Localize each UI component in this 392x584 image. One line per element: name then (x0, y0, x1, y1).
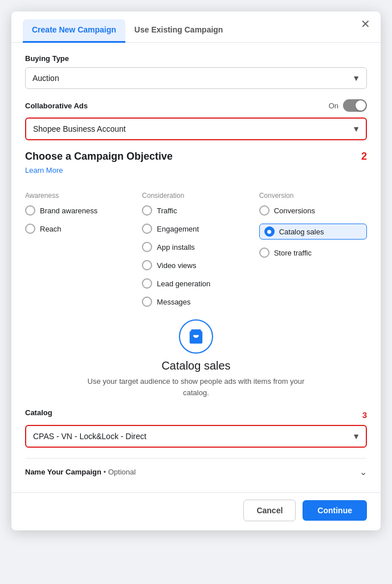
buying-type-section: Buying Type Auction ▼ (25, 54, 367, 89)
cart-icon (187, 328, 205, 345)
radio-app-installs[interactable]: App installs (142, 242, 250, 252)
modal-container: Create New Campaign Use Existing Campaig… (11, 11, 381, 530)
modal-header: Create New Campaign Use Existing Campaig… (11, 11, 381, 43)
radio-video-views[interactable]: Video views (142, 260, 250, 270)
continue-button[interactable]: Continue (303, 500, 367, 521)
modal-footer: Cancel Continue (11, 492, 381, 530)
radio-engagement-label: Engagement (157, 225, 199, 233)
catalog-sales-description: Use your target audience to show people … (82, 376, 310, 398)
learn-more-link[interactable]: Learn More (25, 166, 63, 175)
radio-video-views-label: Video views (157, 261, 196, 270)
conversion-column: Conversion Conversions Catalog sales Sto… (259, 192, 367, 315)
catalog-select-wrapper: CPAS - VN - Lock&Lock - Direct ▼ (25, 425, 367, 448)
step-3-badge: 3 (362, 410, 367, 420)
conversion-col-title: Conversion (259, 192, 367, 200)
radio-brand-awareness[interactable]: Brand awareness (25, 205, 133, 216)
radio-conversions[interactable]: Conversions (259, 205, 367, 216)
radio-engagement[interactable]: Engagement (142, 224, 250, 234)
awareness-col-title: Awareness (25, 192, 133, 200)
catalog-section-header: Catalog 3 (25, 408, 367, 421)
optional-label: • Optional (104, 468, 136, 476)
radio-traffic[interactable]: Traffic (142, 205, 250, 216)
consideration-column: Consideration Traffic Engagement App ins… (142, 192, 250, 315)
radio-video-views-circle (142, 260, 152, 270)
radio-reach-label: Reach (40, 225, 62, 233)
cancel-button[interactable]: Cancel (243, 500, 296, 521)
radio-catalog-sales-circle (264, 226, 275, 237)
radio-reach-circle (25, 224, 35, 234)
collaborative-ads-on-label: On (329, 102, 338, 110)
toggle-knob (356, 100, 366, 111)
radio-conversions-label: Conversions (274, 206, 315, 215)
radio-brand-awareness-label: Brand awareness (40, 206, 97, 215)
radio-traffic-circle (142, 205, 152, 216)
name-campaign-row[interactable]: Name Your Campaign • Optional ⌄ (25, 458, 367, 485)
radio-messages[interactable]: Messages (142, 297, 250, 307)
objective-grid: Awareness Brand awareness Reach Consider… (25, 192, 367, 315)
catalog-icon-circle (179, 319, 213, 354)
radio-catalog-sales-label: Catalog sales (279, 228, 324, 236)
radio-lead-generation-circle (142, 278, 152, 289)
collaborative-ads-toggle[interactable] (343, 99, 367, 112)
campaign-objective-header: Choose a Campaign Objective 2 (25, 151, 367, 163)
name-campaign-label: Name Your Campaign • Optional (25, 468, 136, 476)
tab-use-existing-campaign[interactable]: Use Existing Campaign (125, 19, 232, 43)
awareness-column: Awareness Brand awareness Reach (25, 192, 133, 315)
radio-messages-label: Messages (157, 298, 190, 306)
catalog-select[interactable]: CPAS - VN - Lock&Lock - Direct (25, 425, 367, 448)
catalog-sales-title: Catalog sales (161, 359, 230, 372)
catalog-sales-info: Catalog sales Use your target audience t… (25, 319, 367, 398)
consideration-col-title: Consideration (142, 192, 250, 200)
business-account-select[interactable]: Shopee Business Account (25, 117, 367, 140)
collaborative-ads-controls: On (329, 99, 367, 112)
buying-type-select-wrapper: Auction ▼ (25, 67, 367, 89)
business-account-wrapper: Shopee Business Account ▼ (25, 117, 367, 140)
radio-store-traffic-label: Store traffic (274, 249, 312, 257)
radio-app-installs-circle (142, 242, 152, 252)
radio-store-traffic[interactable]: Store traffic (259, 248, 367, 258)
radio-lead-generation-label: Lead generation (157, 279, 210, 288)
collaborative-ads-label: Collaborative Ads (25, 102, 88, 110)
radio-traffic-label: Traffic (157, 206, 177, 215)
step-2-badge: 2 (356, 151, 367, 163)
tab-create-new-campaign[interactable]: Create New Campaign (23, 19, 125, 43)
name-campaign-chevron-icon: ⌄ (360, 467, 367, 477)
radio-messages-circle (142, 297, 152, 307)
buying-type-select[interactable]: Auction (25, 67, 367, 89)
radio-catalog-sales[interactable]: Catalog sales (259, 224, 367, 240)
buying-type-label: Buying Type (25, 54, 367, 63)
campaign-objective-title: Choose a Campaign Objective (25, 151, 173, 163)
radio-engagement-circle (142, 224, 152, 234)
radio-brand-awareness-circle (25, 205, 35, 216)
radio-lead-generation[interactable]: Lead generation (142, 278, 250, 289)
catalog-label: Catalog (25, 408, 52, 417)
radio-reach[interactable]: Reach (25, 224, 133, 234)
close-button[interactable]: ✕ (361, 18, 370, 30)
catalog-section: Catalog 3 CPAS - VN - Lock&Lock - Direct… (25, 408, 367, 448)
radio-app-installs-label: App installs (157, 243, 194, 252)
radio-conversions-circle (259, 205, 270, 216)
radio-store-traffic-circle (259, 248, 270, 258)
collaborative-ads-row: Collaborative Ads On (25, 99, 367, 112)
modal-body: Buying Type Auction ▼ Collaborative Ads … (11, 43, 381, 492)
